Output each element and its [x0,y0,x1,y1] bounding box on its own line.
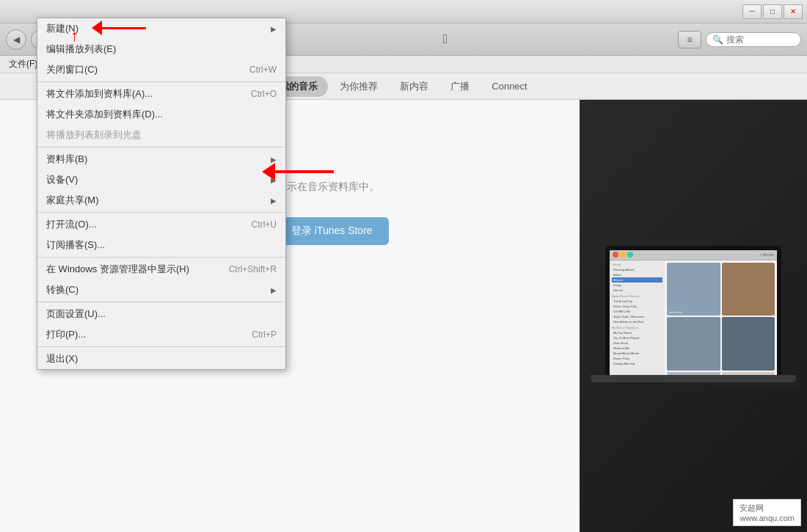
album-4 [722,317,775,371]
separator-2 [37,147,285,147]
album-1: Sound & Color [667,263,720,316]
menu-quit[interactable]: 退出(X) [37,349,285,369]
search-input[interactable] [726,34,800,45]
menu-family-share-arrow: ▶ [271,197,277,205]
mac-screen-content: ♪ Music Library Recently Added Artists A… [610,250,777,375]
menu-library[interactable]: 资料库(B) ▶ [37,149,285,170]
menu-device-arrow: ▶ [271,176,277,184]
menu-show-explorer[interactable]: 在 Windows 资源管理器中显示(H) Ctrl+Shift+R [37,259,285,280]
menu-print[interactable]: 打印(P)... Ctrl+P [37,324,285,345]
tab-recommended[interactable]: 为你推荐 [329,76,388,97]
menu-new-arrow: ▶ [271,25,277,33]
menu-quit-label: 退出(X) [46,352,78,365]
dropdown-menu: 新建(N) ▶ 编辑播放列表(E) 关闭窗口(C) Ctrl+W 将文件添加到资… [37,18,286,370]
mini-sidebar: Library Recently Added Artists Albums So… [610,260,665,375]
menu-edit-playlist-label: 编辑播放列表(E) [46,43,116,56]
menu-burn-playlist: 将播放列表刻录到光盘 [37,125,285,145]
mac-screen-bezel: ♪ Music Library Recently Added Artists A… [605,246,781,375]
back-button[interactable]: ◀ [6,29,26,50]
mini-min [620,252,626,258]
menu-open-stream-shortcut: Ctrl+U [252,219,277,230]
menu-edit-playlist[interactable]: 编辑播放列表(E) [37,39,285,59]
menu-subscribe[interactable]: 订阅播客(S)... [37,235,285,255]
back-icon: ◀ [13,34,20,45]
tab-connect[interactable]: Connect [481,77,537,95]
maximize-button[interactable]: □ [763,4,782,19]
close-button[interactable]: ✕ [784,4,803,19]
menu-convert-label: 转换(C) [46,283,78,296]
tab-new-content[interactable]: 新内容 [390,76,439,97]
list-view-icon: ≡ [687,34,692,45]
album-2 [722,263,775,316]
menu-add-folder-label: 将文件夹添加到资料库(D)... [46,108,163,121]
menu-show-explorer-label: 在 Windows 资源管理器中显示(H) [46,263,189,276]
menu-device[interactable]: 设备(V) ▶ [37,170,285,190]
album-5 [667,372,720,375]
menu-device-label: 设备(V) [46,173,78,186]
mini-close [613,252,618,258]
menu-close-window-label: 关闭窗口(C) [46,63,98,76]
menu-convert[interactable]: 转换(C) ▶ [37,280,285,300]
watermark: 安超网 www.anqu.com [733,499,801,526]
separator-3 [37,212,285,213]
menu-page-setup-label: 页面设置(U)... [46,307,106,321]
album-3 [667,317,720,371]
mini-max [627,252,633,258]
mini-toolbar: ♪ Music [610,250,777,260]
menu-open-stream[interactable]: 打开流(O)... Ctrl+U [37,214,285,235]
menu-add-file-label: 将文件添加到资料库(A)... [46,87,153,101]
tab-radio[interactable]: 广播 [440,76,480,97]
menu-print-label: 打印(P)... [46,328,86,341]
menu-add-file[interactable]: 将文件添加到资料库(A)... Ctrl+O [37,84,285,104]
search-box[interactable]: 🔍 [706,32,801,47]
menu-show-explorer-shortcut: Ctrl+Shift+R [229,264,277,274]
search-icon: 🔍 [712,34,723,45]
menu-library-arrow: ▶ [271,156,277,164]
menu-add-file-shortcut: Ctrl+O [251,89,277,99]
mac-foot [583,382,803,387]
menu-library-label: 资料库(B) [46,153,87,166]
menu-close-window-shortcut: Ctrl+W [249,65,277,75]
menu-family-share-label: 家庭共享(M) [46,194,99,207]
list-view-button[interactable]: ≡ [678,31,701,48]
menu-page-setup[interactable]: 页面设置(U)... [37,304,285,324]
menu-print-shortcut: Ctrl+P [252,329,277,340]
watermark-line1: 安超网 [740,503,795,514]
album-6 [722,372,775,375]
separator-1 [37,81,285,82]
menu-family-share[interactable]: 家庭共享(M) ▶ [37,190,285,211]
minimize-button[interactable]: ─ [742,4,762,19]
menu-burn-playlist-label: 将播放列表刻录到光盘 [46,128,142,142]
login-itunes-button[interactable]: 登录 iTunes Store [275,217,389,245]
menu-new-label: 新建(N) [46,22,78,35]
menu-open-stream-label: 打开流(O)... [46,218,97,231]
mac-base [591,375,796,382]
menu-subscribe-label: 订阅播客(S)... [46,238,105,252]
menu-new[interactable]: 新建(N) ▶ [37,18,285,39]
separator-5 [37,302,285,302]
watermark-line2: www.anqu.com [740,514,795,522]
menu-add-folder[interactable]: 将文件夹添加到资料库(D)... [37,104,285,125]
menu-close-window[interactable]: 关闭窗口(C) Ctrl+W [37,59,285,80]
mini-album-grid: Sound & Color [665,260,777,375]
separator-6 [37,346,285,347]
mac-laptop-image: ♪ Music Library Recently Added Artists A… [580,100,807,532]
window-controls: ─ □ ✕ [742,4,803,19]
mini-content: Library Recently Added Artists Albums So… [610,260,777,375]
separator-4 [37,257,285,258]
menu-convert-arrow: ▶ [271,286,277,294]
